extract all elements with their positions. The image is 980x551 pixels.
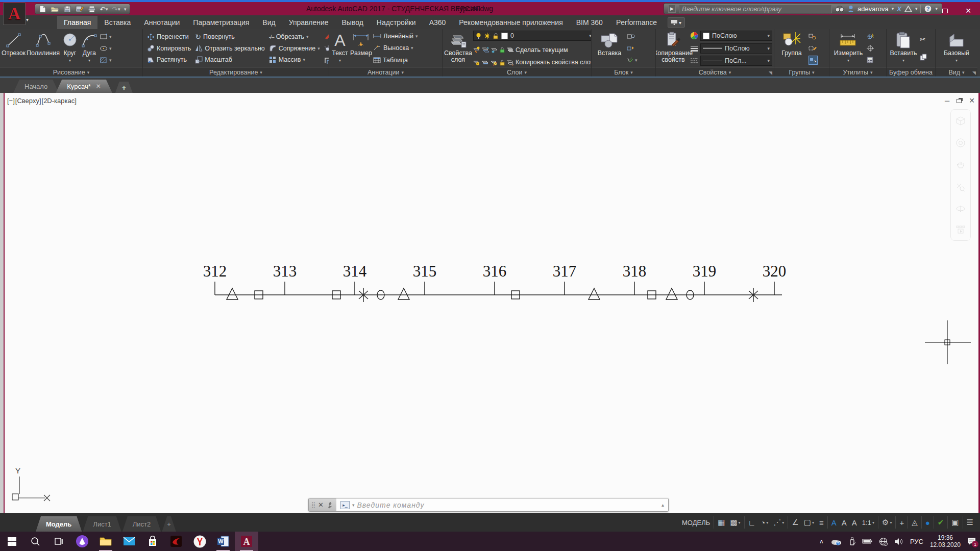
command-wrench-icon[interactable]	[326, 501, 334, 509]
panel-label-utilities[interactable]: Утилиты▾	[829, 67, 886, 77]
model-space-button[interactable]: МОДЕЛЬ	[681, 519, 711, 527]
group-button[interactable]: Группа	[776, 30, 807, 66]
language-indicator[interactable]: РУС	[910, 538, 923, 545]
object-snap-icon-dropdown[interactable]: ▾	[812, 520, 814, 525]
onedrive-icon[interactable]	[830, 538, 842, 545]
circle-button[interactable]: Круг ▾	[61, 30, 79, 66]
ungroup-icon[interactable]	[808, 32, 818, 41]
app-menu-arrow-icon[interactable]: ▾	[26, 17, 29, 22]
layout-tab-list1[interactable]: Лист1	[83, 516, 121, 532]
layer-freeze-icon[interactable]	[491, 46, 498, 53]
save-as-icon[interactable]	[75, 5, 84, 13]
file-tab-start[interactable]: Начало	[13, 80, 59, 93]
hatch-button[interactable]: ▾	[100, 56, 112, 65]
panel-label-layers[interactable]: Слои▾	[443, 67, 591, 77]
alice-assistant-icon[interactable]	[70, 532, 94, 551]
ribbon-tab-Вид[interactable]: Вид	[256, 16, 282, 29]
rectangle-button[interactable]: ▾	[100, 32, 112, 41]
ribbon-tab-Надстройки[interactable]: Надстройки	[370, 16, 423, 29]
symbol-triangle-0[interactable]	[227, 288, 238, 299]
object-snap-icon[interactable]: ▢▾	[803, 518, 815, 527]
redo-dropdown-icon[interactable]: ▾	[118, 7, 120, 12]
clean-screen-icon[interactable]: ▣	[950, 518, 960, 527]
panel-label-modify[interactable]: Редактирование▾	[143, 67, 329, 77]
text-button[interactable]: A Текст ▾	[331, 30, 349, 66]
isoplane-icon-dropdown[interactable]: ▾	[782, 520, 784, 525]
mail-button[interactable]	[117, 532, 141, 551]
ribbon-tab-Аннотации[interactable]: Аннотации	[137, 16, 186, 29]
linetype-icon[interactable]	[690, 58, 698, 64]
open-file-icon[interactable]	[51, 5, 59, 13]
mirror-button[interactable]: Отразить зеркально	[195, 43, 265, 54]
signed-in-username[interactable]: adevarova	[857, 5, 889, 13]
text-dropdown-icon[interactable]: ▾	[339, 57, 341, 64]
ellipse-button[interactable]: ▾	[100, 44, 112, 53]
snap-mode-icon[interactable]: ▩▾	[729, 518, 741, 527]
layer-match-icon[interactable]	[482, 46, 489, 53]
volume-icon[interactable]	[894, 538, 903, 545]
fillet-dropdown-icon[interactable]: ▾	[317, 46, 320, 51]
panel-label-view[interactable]: Вид▾	[936, 67, 977, 77]
new-layout-button[interactable]: +	[162, 516, 176, 532]
ribbon-tab-Рекомендованные приложения[interactable]: Рекомендованные приложения	[452, 16, 569, 29]
command-line-bar[interactable]: ⣿ ✕ ▸_ ▾ Введите команду ▴	[308, 498, 669, 512]
autodesk-exchange-icon[interactable]: X	[897, 5, 901, 13]
base-view-button[interactable]: Базовый ▾	[941, 30, 972, 66]
a360-icon[interactable]	[904, 6, 912, 12]
panel-label-block[interactable]: Блок▾	[592, 67, 655, 77]
undo-icon[interactable]: ↶▾	[100, 5, 108, 13]
layer-properties-button[interactable]: Свойства слоя	[444, 30, 472, 66]
lineweight-display-icon[interactable]: ≡	[818, 518, 825, 527]
usb-device-icon[interactable]	[848, 537, 855, 546]
panel-label-annotation[interactable]: Аннотации▾	[329, 67, 442, 77]
autosave-status-icon[interactable]: ✔	[937, 518, 945, 527]
layout-tab-list2[interactable]: Лист2	[122, 516, 161, 532]
trim-dropdown-icon[interactable]: ▾	[306, 34, 309, 39]
layer-isolate-icon[interactable]	[473, 59, 480, 66]
stretch-button[interactable]: Растянуть	[147, 54, 191, 65]
quick-calc-icon[interactable]	[867, 56, 875, 65]
workspace-switching-icon[interactable]: ⚙▾	[881, 518, 893, 527]
layer-unisolate-icon[interactable]	[482, 59, 489, 66]
tray-expand-icon[interactable]: ∧	[819, 538, 824, 545]
search-binoculars-icon[interactable]	[835, 6, 844, 12]
customize-quick-access-icon[interactable]: ▾	[124, 7, 127, 12]
panel-label-draw[interactable]: Рисование▾	[0, 67, 142, 77]
lineweight-combo[interactable]: ПоСлою▾	[700, 43, 772, 54]
autocad-taskbar-button[interactable]: A	[235, 532, 258, 551]
battery-icon[interactable]	[862, 538, 872, 544]
isolate-objects-icon[interactable]: ◬	[911, 518, 919, 527]
linetype-combo[interactable]: ПоСл...▾	[700, 56, 772, 66]
color-combo[interactable]: ПоСлою▾	[700, 31, 772, 41]
panel-label-groups[interactable]: Группы▾	[774, 67, 829, 77]
ribbon-tab-Главная[interactable]: Главная	[57, 16, 97, 29]
rotate-button[interactable]: ↻ Повернуть	[195, 31, 265, 42]
arc-button[interactable]: Дуга ▾	[80, 30, 99, 66]
layer-lock-icon[interactable]	[499, 46, 505, 53]
symbol-triangle-5[interactable]	[398, 288, 409, 299]
command-input[interactable]: ▸_ ▾ Введите команду ▴	[336, 498, 668, 511]
annotation-scale-icon[interactable]: А	[851, 518, 858, 527]
panel-label-properties[interactable]: Свойства▾	[656, 67, 774, 77]
cut-icon[interactable]: ✂	[920, 35, 927, 44]
annotation-monitor-icon[interactable]: +	[898, 518, 905, 527]
action-center-icon[interactable]: 1	[967, 537, 976, 545]
layer-combo-arrow-icon[interactable]: ▾	[589, 33, 591, 38]
ribbon-tab-Управление[interactable]: Управление	[282, 16, 335, 29]
drawing-area[interactable]: [−] [Сверху] [2D-каркас] ─ ✕ 31231331431…	[0, 93, 980, 513]
circle-dropdown-icon[interactable]: ▾	[69, 57, 71, 64]
symbol-triangle-7[interactable]	[589, 288, 600, 299]
insert-block-button[interactable]: Вставка	[593, 30, 626, 66]
ribbon-tab-Вставка[interactable]: Вставка	[97, 16, 137, 29]
snap-mode-icon-dropdown[interactable]: ▾	[739, 520, 741, 525]
polyline-button[interactable]: Полилиния	[27, 30, 60, 66]
dim-linear-dropdown-icon[interactable]: ▾	[415, 34, 418, 39]
taskbar-search-button[interactable]	[23, 532, 47, 551]
command-history-icon[interactable]: ▴	[662, 502, 664, 508]
user-dropdown-icon[interactable]: ▾	[892, 6, 894, 11]
fillet-button[interactable]: Сопряжение▾	[269, 43, 320, 54]
leader-button[interactable]: Выноска▾	[373, 43, 418, 53]
microsoft-store-button[interactable]	[141, 532, 164, 551]
command-recent-arrow-icon[interactable]: ▾	[352, 503, 355, 508]
isoplane-icon[interactable]: ⋰▾	[772, 518, 785, 527]
